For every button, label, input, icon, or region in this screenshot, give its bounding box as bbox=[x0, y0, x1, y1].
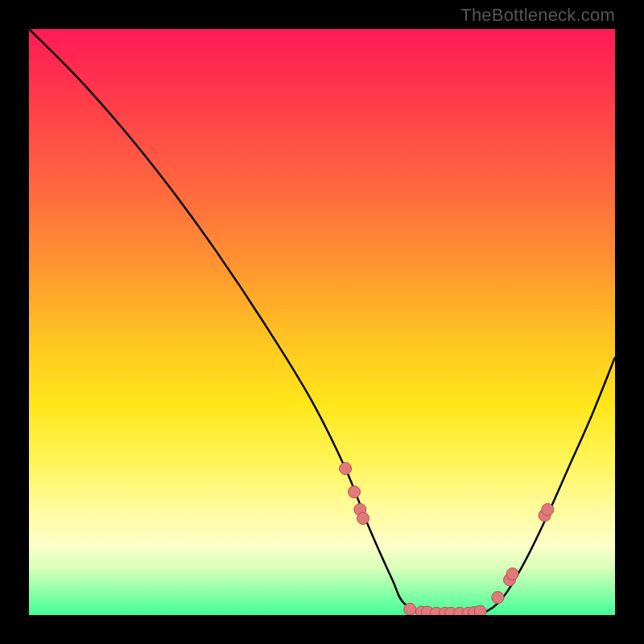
data-markers bbox=[340, 463, 554, 616]
data-point bbox=[506, 568, 518, 580]
data-point bbox=[349, 486, 361, 498]
data-point bbox=[542, 504, 554, 516]
plot-area bbox=[29, 29, 615, 615]
data-point bbox=[340, 463, 352, 475]
curve-layer bbox=[29, 29, 615, 615]
attribution-label: TheBottleneck.com bbox=[460, 5, 615, 26]
data-point bbox=[492, 592, 504, 604]
data-point bbox=[474, 605, 486, 615]
chart-frame: TheBottleneck.com bbox=[0, 0, 644, 644]
data-point bbox=[357, 512, 369, 524]
data-point bbox=[404, 603, 416, 615]
bottleneck-curve bbox=[29, 29, 615, 615]
